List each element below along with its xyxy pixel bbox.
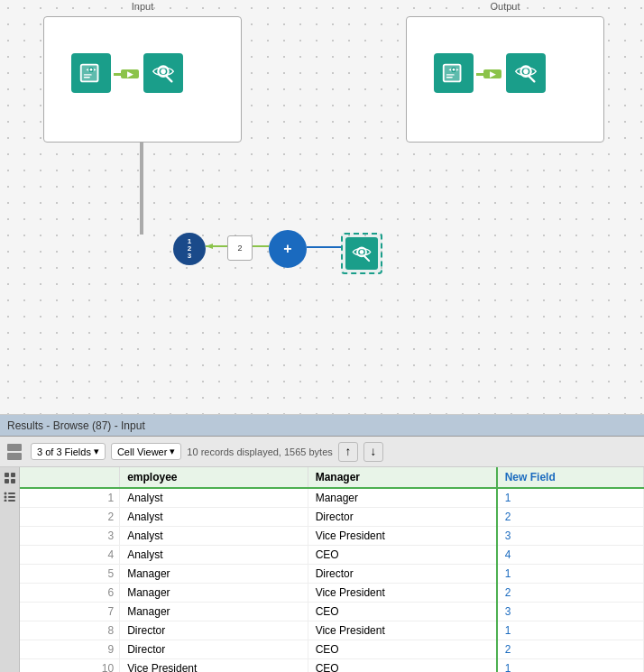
table-row: 5 Manager Director 1 (20, 565, 644, 584)
table-row: 7 Manager CEO 3 (20, 603, 644, 621)
svg-point-12 (523, 69, 529, 74)
cell-manager: Manager (308, 488, 497, 508)
cell-manager: CEO (308, 603, 497, 621)
col-header-record (20, 467, 120, 488)
side-icon-1[interactable] (7, 444, 22, 451)
output-browse-icon[interactable] (506, 53, 546, 93)
side-icon-2[interactable] (7, 453, 22, 460)
results-text: Results - Browse (87) - Input (7, 419, 145, 432)
cell-new-field: 1 (497, 488, 644, 508)
svg-rect-20 (11, 479, 15, 483)
data-table: employee Manager New Field 1 Analyst Man… (20, 467, 644, 672)
cell-record: 7 (20, 603, 120, 621)
formula-node[interactable]: 2 (227, 235, 253, 261)
toolbar: 3 of 3 Fields ▾ Cell Viewer ▾ 10 records… (0, 437, 644, 467)
cell-new-field: 2 (497, 508, 644, 527)
cell-employee: Analyst (120, 527, 308, 546)
cell-manager: Vice President (308, 584, 497, 603)
svg-line-16 (364, 256, 369, 261)
svg-rect-18 (11, 473, 15, 477)
input-browse-icon[interactable] (143, 53, 183, 93)
cell-record: 8 (20, 621, 120, 640)
table-row: 9 Director CEO 2 (20, 640, 644, 659)
cell-record: 5 (20, 565, 120, 584)
cell-employee: Analyst (120, 508, 308, 527)
svg-line-13 (529, 77, 535, 82)
up-arrow-icon: ↑ (345, 445, 351, 458)
cell-record: 1 (20, 488, 120, 508)
cell-new-field: 2 (497, 584, 644, 603)
left-panel (0, 467, 20, 672)
nav-up-button[interactable]: ↑ (338, 442, 358, 462)
cell-manager: CEO (308, 640, 497, 659)
svg-rect-0 (81, 65, 98, 82)
fields-button[interactable]: 3 of 3 Fields ▾ (31, 443, 106, 460)
table-row: 1 Analyst Manager 1 (20, 488, 644, 508)
cell-new-field: 1 (497, 565, 644, 584)
records-info: 10 records displayed, 1565 bytes (187, 446, 332, 457)
data-table-wrap: employee Manager New Field 1 Analyst Man… (20, 467, 644, 672)
cell-employee: Analyst (120, 488, 308, 508)
cell-new-field: 4 (497, 546, 644, 565)
output-arrow: ▶ (483, 69, 501, 78)
svg-point-23 (4, 496, 6, 499)
table-row: 6 Manager Vice President 2 (20, 584, 644, 603)
cell-manager: CEO (308, 659, 497, 673)
table-row: 4 Analyst CEO 4 (20, 546, 644, 565)
cell-record: 3 (20, 527, 120, 546)
cell-employee: Director (120, 621, 308, 640)
cell-new-field: 1 (497, 621, 644, 640)
svg-rect-17 (5, 473, 9, 477)
vert-conn-2 (140, 143, 142, 235)
table-row: 8 Director Vice President 1 (20, 621, 644, 640)
join-node[interactable]: + (269, 230, 307, 268)
cell-new-field: 3 (497, 527, 644, 546)
input-reader-icon[interactable] (71, 53, 111, 93)
cell-record: 4 (20, 546, 120, 565)
table-row: 3 Analyst Vice President 3 (20, 527, 644, 546)
list-view-icon[interactable] (3, 489, 17, 503)
output-label: Output (490, 1, 520, 12)
down-arrow-icon: ↓ (370, 445, 376, 458)
browse-result-node[interactable] (341, 233, 382, 274)
svg-point-21 (4, 492, 6, 495)
cell-new-field: 3 (497, 603, 644, 621)
output-node-box: Output ▶ (406, 16, 604, 143)
output-reader-icon[interactable] (434, 53, 474, 93)
cell-employee: Manager (120, 603, 308, 621)
cell-record: 2 (20, 508, 120, 527)
cell-employee: Manager (120, 565, 308, 584)
col-header-newfield: New Field (497, 467, 644, 488)
input-label: Input (132, 1, 153, 12)
nav-down-button[interactable]: ↓ (363, 442, 383, 462)
input-arrow: ▶ (121, 69, 139, 78)
svg-point-15 (360, 250, 364, 254)
table-view-icon[interactable] (3, 471, 17, 485)
svg-rect-22 (8, 492, 15, 494)
cell-employee: Vice President (120, 659, 308, 673)
cell-new-field: 1 (497, 659, 644, 673)
cell-record: 9 (20, 640, 120, 659)
input-node-box: Input ▶ (43, 16, 242, 143)
multi-field-node[interactable]: 1 2 3 (173, 233, 206, 265)
viewer-dropdown-icon: ▾ (170, 446, 175, 457)
svg-point-5 (161, 69, 166, 74)
svg-line-6 (167, 77, 172, 82)
connector-formula-join (253, 245, 269, 247)
arrow-multi-formula (206, 244, 213, 249)
col-header-employee: employee (120, 467, 308, 488)
svg-point-10 (453, 69, 455, 71)
svg-rect-26 (8, 500, 15, 502)
table-row: 2 Analyst Director 2 (20, 508, 644, 527)
svg-rect-19 (5, 479, 9, 483)
cell-manager: Director (308, 508, 497, 527)
svg-point-25 (4, 500, 6, 502)
table-row: 10 Vice President CEO 1 (20, 659, 644, 673)
cell-manager: CEO (308, 546, 497, 565)
viewer-button[interactable]: Cell Viewer ▾ (111, 443, 181, 460)
table-header-row: employee Manager New Field (20, 467, 644, 488)
fields-dropdown-icon: ▾ (94, 446, 99, 457)
svg-rect-7 (444, 65, 461, 82)
cell-manager: Director (308, 565, 497, 584)
cell-manager: Vice President (308, 621, 497, 640)
